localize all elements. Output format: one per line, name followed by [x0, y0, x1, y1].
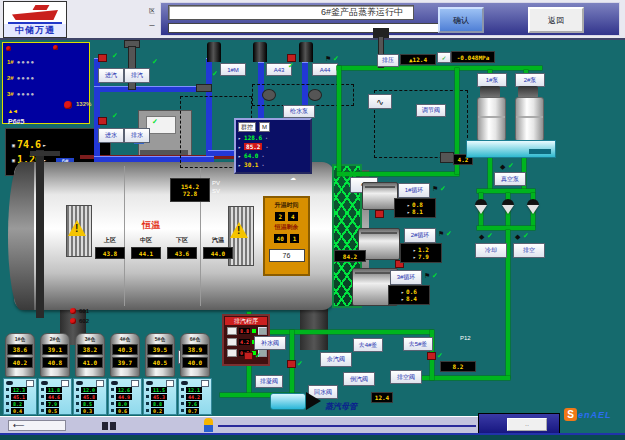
back-button[interactable]: 返回 — [528, 7, 584, 33]
fan-flag-icon: ⚑ — [432, 185, 438, 192]
station-value: 44.0 — [203, 247, 233, 259]
valve-status-check: ✓ — [487, 232, 493, 239]
silo[interactable]: 6#仓 38.9 40.0 — [180, 333, 210, 377]
silo-value: 0.7 — [186, 408, 199, 414]
fan-readout: ▸0.8 ▸8.1 — [394, 198, 436, 218]
trend-mini-box[interactable]: ∿ — [368, 94, 392, 109]
bottom-valve-label[interactable]: 去5#釜 — [403, 337, 433, 351]
vessel-top-value-2: 72.8 — [183, 190, 197, 197]
pressure-tag: ▲12.4 — [400, 54, 436, 65]
ctrl-value: 128.6 — [244, 134, 262, 141]
accumulator-cylinder — [253, 42, 267, 62]
silo-display-1: 38.9 — [182, 344, 208, 355]
line-valve[interactable] — [440, 152, 454, 163]
accumulator-cylinder — [299, 42, 313, 62]
outlet-label[interactable]: 排空 — [513, 243, 545, 258]
progress-field — [168, 23, 452, 33]
fan-label[interactable]: 1#循环 — [398, 183, 430, 198]
ctrl-value: 64.0 — [244, 152, 258, 159]
motorized-valve[interactable] — [501, 199, 515, 215]
drain-line-valve[interactable] — [244, 352, 253, 360]
valve-flag-icon: ◆ — [515, 233, 520, 240]
panel-title-2: 恒温剩余 — [275, 223, 299, 232]
cart-overview-panel[interactable]: 1# ●●●● 2# ●●●● 3# ●●●● ▴ ◂ — [2, 42, 90, 124]
group-control-panel[interactable]: 群控 M ▸128.6· ▸85.2· ▸64.0· ▸30.1· — [234, 118, 312, 174]
silo-status-panel: 11.8 44.6 7.9 0.5 — [38, 378, 72, 415]
silo-value: 8.0 — [116, 401, 129, 407]
back-nav-button[interactable]: ⟵ — [8, 420, 66, 431]
steam-main-arrow-icon — [306, 392, 321, 410]
silo-value: 7.9 — [46, 401, 59, 407]
door-lamp-dot — [70, 308, 76, 314]
status-bar: ⟵ — [0, 416, 558, 434]
bottom-valve-label[interactable]: 倒汽阀 — [343, 372, 375, 386]
vacuum-group-label[interactable]: 真空泵 — [494, 172, 526, 186]
bottom-valve-label[interactable]: 去4#釜 — [353, 338, 383, 352]
silo-value: 11.5 — [151, 387, 167, 393]
feed-valve[interactable] — [287, 54, 296, 62]
valve-flag-icon: ⚑ — [325, 55, 331, 62]
fan-valve[interactable] — [375, 210, 384, 218]
bottom-valve-label[interactable]: 排空阀 — [390, 370, 422, 384]
inlet-valve[interactable] — [98, 54, 107, 62]
fan-label[interactable]: 2#循环 — [404, 228, 436, 243]
silo[interactable]: 3#仓 38.2 41.0 — [75, 333, 105, 377]
motorized-valve[interactable] — [474, 199, 488, 215]
silo[interactable]: 2#仓 39.1 40.8 — [40, 333, 70, 377]
drain-valve[interactable] — [98, 117, 107, 125]
drain-line-valve[interactable] — [427, 352, 436, 360]
valve-status-check: ✓ — [152, 58, 158, 65]
silo-display-2: 41.0 — [77, 357, 103, 368]
scroll-button[interactable]: ·· — [507, 418, 547, 431]
bottom-strip — [0, 433, 625, 440]
silo[interactable]: 1#仓 38.6 40.2 — [5, 333, 35, 377]
silo-cell: 6#仓 38.9 40.0 12.1 44.2 7.6 0.7 — [178, 333, 212, 415]
station-label: 下区 — [176, 236, 188, 245]
cylinder-label[interactable]: A44 — [312, 63, 338, 76]
bottom-valve-label[interactable]: 补水阀 — [254, 336, 286, 350]
accumulator-cylinder — [207, 42, 221, 62]
valve-label[interactable]: 排水 — [124, 128, 150, 143]
panel-button[interactable]: 76 — [269, 249, 305, 262]
fan-flag-icon: ⚑ — [424, 272, 430, 279]
silo[interactable]: 5#仓 39.5 40.5 — [145, 333, 175, 377]
silo[interactable]: 4#仓 40.3 39.7 — [110, 333, 140, 377]
silo-row: 1#仓 38.6 40.2 12.3 45.1 8.2 0.4 2#仓 39.1… — [3, 333, 212, 415]
fan-label[interactable]: 3#循环 — [390, 270, 422, 285]
top-bar: 中储万通 AAC637 区 一 6#釜产品蒸养运行中 确认 返回 — [0, 0, 625, 40]
cart-tag: 3# — [7, 91, 14, 97]
bottom-valve-label[interactable]: 排凝阀 — [255, 375, 283, 388]
silo-value: 0.6 — [116, 408, 129, 414]
manual-valve-handle[interactable] — [196, 84, 212, 92]
outlet-label[interactable]: 冷却 — [475, 243, 507, 258]
condensate-tank — [270, 393, 306, 410]
company-logo: 中储万通 — [3, 1, 67, 38]
steam-pipe — [94, 86, 212, 92]
message-field[interactable]: 6#釜产品蒸养运行中 — [168, 5, 414, 20]
pump-icon[interactable] — [308, 89, 322, 101]
pressure-label[interactable]: 排压 — [377, 54, 399, 67]
valve-status-check: ✓ — [212, 70, 218, 77]
pump-icon[interactable] — [262, 89, 276, 101]
motorized-valve[interactable] — [526, 199, 540, 215]
valve-label[interactable]: 进汽 — [98, 68, 124, 83]
confirm-button[interactable]: 确认 — [438, 7, 484, 33]
alarm-dot — [53, 45, 58, 50]
hmi-screen: 中储万通 AAC637 区 一 6#釜产品蒸养运行中 确认 返回 1# ●●●●… — [0, 0, 625, 440]
drain-line-valve[interactable] — [287, 360, 296, 368]
valve-label[interactable]: 排汽 — [124, 68, 150, 83]
slider-line[interactable] — [218, 425, 476, 427]
sv-label: SV — [212, 188, 220, 194]
fan-readout: ▸0.6 ▸8.4 — [388, 285, 430, 305]
cylinder-label[interactable]: 1#M — [220, 63, 246, 76]
valve-label[interactable]: 进水 — [98, 128, 124, 143]
scroll-widget[interactable]: ·· — [478, 413, 560, 435]
silo-alarm-value: 45.3 — [151, 394, 167, 400]
circulation-fan[interactable] — [362, 182, 398, 210]
pump-label[interactable]: 给水泵 — [283, 105, 315, 118]
silo-display-2: 40.5 — [147, 357, 173, 368]
time-value: 4 — [288, 212, 298, 221]
vacuum-pump-label[interactable]: 2#泵 — [515, 73, 545, 87]
vacuum-pump-label[interactable]: 1#泵 — [477, 73, 507, 87]
bottom-valve-label[interactable]: 余汽阀 — [320, 352, 352, 367]
